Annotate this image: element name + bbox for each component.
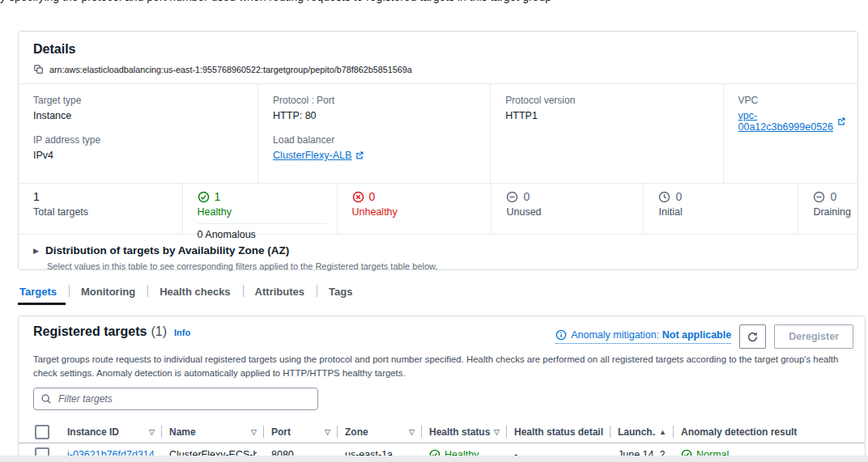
vpc-link[interactable]: vpc-00a12c3b6999e0526	[738, 110, 846, 133]
initial-count: 0	[675, 190, 682, 203]
az-distribution-title: Distribution of targets by Availability …	[45, 244, 289, 256]
refresh-button[interactable]	[739, 324, 766, 349]
az-distribution-expander[interactable]: ▶ Distribution of targets by Availabilit…	[33, 244, 843, 256]
unhealthy-count: 0	[369, 190, 376, 203]
deregister-button[interactable]: Deregister	[774, 324, 853, 349]
total-targets-label: Total targets	[33, 206, 176, 218]
search-icon	[40, 393, 52, 405]
field-value-target-type: Instance	[33, 110, 246, 121]
check-circle-icon	[198, 191, 210, 203]
target-group-tabs: Targets Monitoring Health checks Attribu…	[18, 278, 364, 305]
sort-caret-ascending-icon[interactable]: ▲	[659, 428, 666, 436]
column-header-instance-id[interactable]: Instance ID▽	[59, 421, 161, 443]
minus-circle-icon	[506, 191, 518, 203]
field-value-ip-address-type: IPv4	[33, 150, 246, 161]
copy-icon[interactable]	[33, 64, 44, 74]
healthy-count: 1	[215, 190, 221, 203]
sort-caret-icon[interactable]: ▽	[494, 428, 500, 436]
page-bottom-strip	[0, 456, 868, 462]
unused-count: 0	[523, 190, 530, 203]
field-label-target-type: Target type	[33, 95, 246, 106]
target-group-arn: arn:aws:elasticloadbalancing:us-east-1:9…	[49, 65, 412, 74]
tab-targets[interactable]: Targets	[18, 278, 69, 305]
initial-label: Initial	[658, 206, 791, 218]
external-link-icon	[355, 150, 364, 160]
field-label-load-balancer: Load balancer	[273, 134, 479, 146]
external-link-icon	[836, 117, 846, 126]
registered-targets-description: Target groups route requests to individu…	[19, 349, 862, 379]
tab-monitoring[interactable]: Monitoring	[69, 278, 147, 305]
healthy-label: Healthy	[198, 206, 330, 218]
clipped-header-text: y specifying the protocol and port numbe…	[0, 0, 688, 6]
field-label-ip-address-type: IP address type	[33, 134, 246, 146]
minus-circle-icon	[813, 191, 825, 203]
select-all-checkbox[interactable]	[35, 425, 49, 439]
sort-caret-icon[interactable]: ▽	[409, 428, 415, 436]
column-header-name[interactable]: Name▽	[161, 421, 263, 443]
tab-health-checks[interactable]: Health checks	[147, 278, 242, 305]
column-header-health-status[interactable]: Health status▽	[421, 421, 506, 443]
field-label-vpc: VPC	[738, 95, 846, 106]
draining-label: Draining	[813, 206, 851, 218]
registered-targets-panel: Registered targets (1) Info Anomaly miti…	[18, 316, 866, 462]
column-header-anomaly-detection-result: Anomaly detection result	[673, 421, 865, 443]
details-title: Details	[33, 42, 843, 57]
expand-caret-icon: ▶	[33, 247, 39, 255]
registered-targets-count: (1)	[151, 324, 168, 339]
az-distribution-subtitle: Select values in this table to see corre…	[47, 261, 843, 271]
column-header-health-status-details: Health status details	[506, 421, 610, 443]
load-balancer-link[interactable]: ClusterFlexy-ALB	[273, 150, 364, 161]
column-header-launch-time[interactable]: Launch...▲	[610, 421, 673, 443]
sort-caret-icon[interactable]: ▽	[149, 428, 155, 436]
field-label-protocol-port: Protocol : Port	[273, 95, 479, 106]
tab-attributes[interactable]: Attributes	[243, 278, 317, 305]
info-icon	[555, 329, 567, 341]
tab-tags[interactable]: Tags	[317, 278, 364, 305]
column-header-port[interactable]: Port▽	[263, 421, 337, 443]
total-targets-count: 1	[33, 190, 40, 203]
field-value-protocol-version: HTTP1	[505, 110, 711, 121]
targets-table-header: Instance ID▽ Name▽ Port▽ Zone▽ Health st…	[19, 421, 865, 443]
sort-caret-icon[interactable]: ▽	[251, 428, 257, 436]
filter-targets-input[interactable]	[33, 388, 318, 410]
unhealthy-label: Unhealthy	[352, 206, 485, 218]
column-header-zone[interactable]: Zone▽	[337, 421, 421, 443]
draining-count: 0	[830, 190, 836, 203]
field-value-protocol-port: HTTP: 80	[273, 110, 479, 121]
field-label-protocol-version: Protocol version	[505, 95, 711, 106]
registered-targets-title: Registered targets	[33, 324, 147, 339]
details-card: Details arn:aws:elasticloadbalancing:us-…	[18, 31, 858, 270]
x-circle-icon	[352, 191, 364, 203]
refresh-icon	[747, 331, 759, 343]
unused-label: Unused	[506, 206, 636, 218]
clock-icon	[658, 191, 670, 203]
anomaly-mitigation-link[interactable]: Anomaly mitigation: Not applicable	[555, 329, 731, 344]
anomalous-count-label: 0 Anomalous	[198, 229, 330, 240]
sort-caret-icon[interactable]: ▽	[325, 428, 330, 436]
info-link[interactable]: Info	[174, 328, 190, 337]
